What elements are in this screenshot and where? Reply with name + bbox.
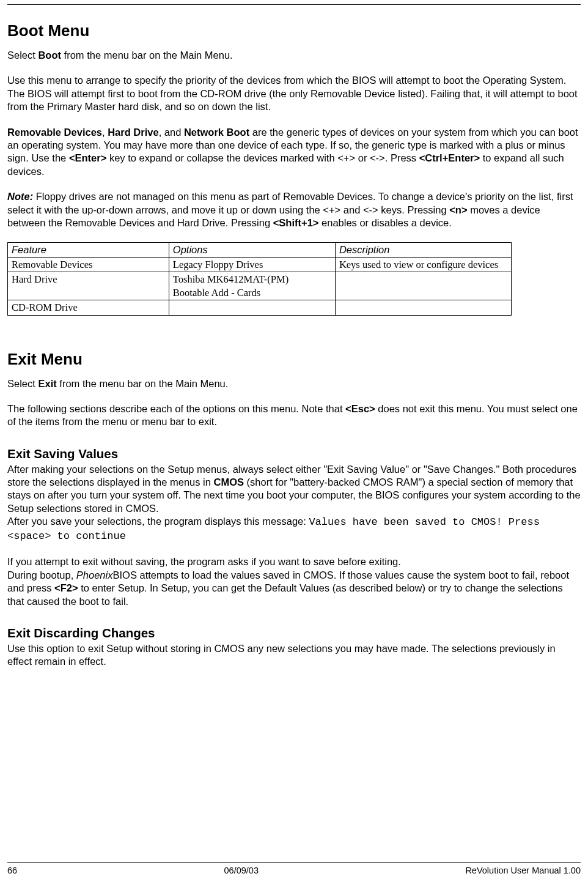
network-boot-bold: Network Boot	[184, 127, 249, 138]
boot-devices-table: Feature Options Description Removable De…	[7, 242, 512, 316]
saving-paragraph-1: After making your selections on the Setu…	[7, 463, 581, 516]
text: from the menu bar on the Main Menu.	[61, 50, 233, 61]
n-key-bold: <n>	[449, 204, 467, 215]
cell-feature: Hard Drive	[8, 272, 169, 300]
cell-feature: Removable Devices	[8, 258, 169, 272]
text: , and	[159, 127, 184, 138]
page-footer: 66 06/09/03 ReVolution User Manual 1.00	[7, 862, 581, 877]
f2-bold: <F2>	[54, 582, 78, 593]
cell-description	[335, 300, 512, 315]
footer-date: 06/09/03	[224, 865, 259, 877]
boot-paragraph-2: Use this menu to arrange to specify the …	[7, 74, 581, 113]
ctrl-enter-bold: <Ctrl+Enter>	[419, 152, 480, 163]
text: enables or disables a device.	[318, 217, 451, 228]
text: Select	[7, 50, 38, 61]
text: from the menu bar on the Main Menu.	[57, 378, 229, 389]
options-line2: Bootable Add - Cards	[173, 287, 260, 299]
discard-paragraph-1: Use this option to exit Setup without st…	[7, 642, 581, 669]
saving-paragraph-3: If you attempt to exit without saving, t…	[7, 555, 581, 568]
text: After you save your selections, the prog…	[7, 516, 309, 527]
esc-bold: <Esc>	[345, 403, 375, 414]
cell-description: Keys used to view or configure devices	[335, 258, 512, 272]
table-header-row: Feature Options Description	[8, 242, 512, 257]
exit-saving-values-heading: Exit Saving Values	[7, 446, 581, 462]
cell-feature: CD-ROM Drive	[8, 300, 169, 315]
header-options: Options	[169, 242, 335, 257]
note-label: Note:	[7, 191, 33, 202]
options-line1: Toshiba MK6412MAT-(PM)	[173, 273, 288, 285]
table-row: Hard Drive Toshiba MK6412MAT-(PM) Bootab…	[8, 272, 512, 300]
footer-document-title: ReVolution User Manual 1.00	[465, 865, 581, 877]
text: to enter Setup. In Setup, you can get th…	[7, 582, 563, 606]
text: ,	[102, 127, 108, 138]
shift-1-bold: <Shift+1>	[273, 217, 319, 228]
table-row: Removable Devices Legacy Floppy Drives K…	[8, 258, 512, 272]
cell-description	[335, 272, 512, 300]
header-description: Description	[335, 242, 512, 257]
cell-options: Legacy Floppy Drives	[169, 258, 335, 272]
cell-options: Toshiba MK6412MAT-(PM) Bootable Add - Ca…	[169, 272, 335, 300]
hard-drive-bold: Hard Drive	[108, 127, 158, 138]
exit-bold: Exit	[38, 378, 56, 389]
saving-paragraph-4: During bootup, PhoenixBIOS attempts to l…	[7, 569, 581, 608]
boot-paragraph-note: Note: Floppy drives are not managed on t…	[7, 190, 581, 229]
footer-page-number: 66	[7, 865, 17, 877]
boot-bold: Boot	[38, 50, 61, 61]
boot-menu-heading: Boot Menu	[7, 21, 581, 42]
removable-devices-bold: Removable Devices	[7, 127, 102, 138]
text: Select	[7, 378, 38, 389]
saving-paragraph-2: After you save your selections, the prog…	[7, 515, 581, 543]
exit-discarding-heading: Exit Discarding Changes	[7, 625, 581, 642]
header-rule	[7, 4, 581, 5]
enter-key-bold: <Enter>	[69, 152, 106, 163]
boot-paragraph-1: Select Boot from the menu bar on the Mai…	[7, 49, 581, 62]
table-row: CD-ROM Drive	[8, 300, 512, 315]
phoenix-italic: Phoenix	[76, 569, 113, 580]
text: During bootup,	[7, 569, 76, 580]
text: key to expand or collapse the devices ma…	[106, 152, 419, 163]
exit-menu-heading: Exit Menu	[7, 349, 581, 370]
cmos-bold: CMOS	[214, 477, 244, 488]
exit-paragraph-2: The following sections describe each of …	[7, 402, 581, 429]
boot-paragraph-3: Removable Devices, Hard Drive, and Netwo…	[7, 126, 581, 179]
exit-paragraph-1: Select Exit from the menu bar on the Mai…	[7, 377, 581, 390]
header-feature: Feature	[8, 242, 169, 257]
cell-options	[169, 300, 335, 315]
text: The following sections describe each of …	[7, 403, 345, 414]
